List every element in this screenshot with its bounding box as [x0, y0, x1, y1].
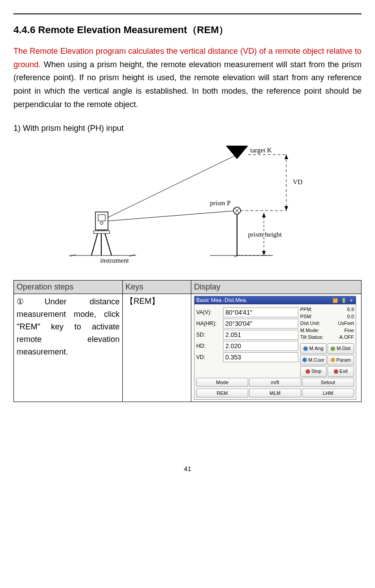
btn-setout[interactable]: Setout: [302, 378, 354, 387]
section-heading: 4.4.6 Remote Elevation Measurement（REM）: [13, 23, 362, 37]
svg-rect-7: [98, 215, 105, 221]
label-vd: VD: [293, 178, 303, 186]
svg-marker-27: [262, 251, 266, 255]
label-prism: prism P: [210, 199, 231, 207]
val-du: UsFeet: [338, 320, 354, 327]
btn-mode[interactable]: Mode: [196, 378, 248, 387]
lbl-psm: PSM:: [300, 313, 312, 320]
td-key-1: 【REM】: [123, 294, 191, 402]
btn-mlm[interactable]: MLM: [249, 389, 301, 398]
lbl-vd: VD:: [196, 354, 220, 360]
th-operation: Operation steps: [14, 281, 123, 294]
device-screenshot: Basic Mea.-Dist.Mea. 📶 🔋 ✴ VA(V):80°04′4…: [194, 296, 356, 399]
titlebar-status-icons: 📶 🔋 ✴: [332, 298, 354, 303]
lbl-ppm: PPM:: [300, 306, 312, 313]
val-sd: 2.051: [223, 330, 298, 340]
svg-marker-12: [226, 146, 248, 159]
svg-marker-24: [284, 155, 288, 159]
val-ppm: 6.9: [347, 306, 354, 313]
lbl-ts: Tilt Status:: [300, 334, 323, 341]
td-step-1: ①Under distance measurement mode, click …: [14, 294, 123, 402]
lbl-sd: SD:: [196, 332, 220, 338]
lbl-hd: HD:: [196, 343, 220, 349]
intro-black-text: When using a prism height, the remote el…: [13, 60, 362, 109]
btn-mdist[interactable]: M.Dist: [328, 343, 354, 354]
device-title: Basic Mea.-Dist.Mea.: [196, 297, 247, 303]
val-ts: A.OFF: [340, 334, 354, 341]
lbl-du: Dist Unit:: [300, 320, 320, 327]
btn-exit[interactable]: Exit: [328, 366, 354, 376]
page-number: 41: [13, 465, 362, 472]
btn-mft[interactable]: m/ft: [249, 378, 301, 387]
btn-mang[interactable]: M.Ang: [300, 343, 327, 354]
label-target: target K: [250, 147, 272, 154]
val-ha: 20°30′04″: [223, 319, 298, 329]
intro-paragraph: The Remote Elevation program calculates …: [13, 45, 362, 111]
val-vd: 0.353: [223, 352, 298, 362]
btn-mcoor[interactable]: M.Coor: [300, 355, 327, 365]
td-display-1: Basic Mea.-Dist.Mea. 📶 🔋 ✴ VA(V):80°04′4…: [191, 294, 362, 402]
svg-marker-26: [262, 213, 266, 217]
lbl-va: VA(V):: [196, 309, 220, 316]
lbl-ha: HA(HR):: [196, 320, 220, 327]
val-psm: 0.0: [347, 313, 354, 320]
val-va: 80°04′41″: [223, 307, 298, 317]
val-hd: 2.020: [223, 341, 298, 351]
label-prism-height: prism height: [248, 231, 282, 238]
th-keys: Keys: [123, 281, 191, 294]
val-mm: Fine: [345, 327, 354, 334]
svg-point-8: [100, 222, 103, 225]
btn-param[interactable]: Param: [328, 355, 354, 365]
btn-rem[interactable]: REM: [196, 389, 248, 398]
svg-marker-25: [284, 206, 288, 211]
subheading-1: 1) With prism height (PH) input: [13, 124, 362, 133]
btn-lhm[interactable]: LHM: [302, 389, 354, 398]
operation-steps-table: Operation steps Keys Display ①Under dist…: [13, 280, 362, 402]
svg-rect-9: [94, 231, 110, 233]
svg-line-10: [108, 155, 237, 217]
svg-line-11: [108, 211, 237, 221]
label-instrument: instrument: [100, 257, 129, 264]
rem-diagram: target K VD prism P prism height instrum…: [49, 141, 327, 267]
lbl-mm: M.Mode:: [300, 327, 319, 334]
btn-stop[interactable]: Stop: [300, 366, 327, 376]
th-display: Display: [191, 281, 362, 294]
